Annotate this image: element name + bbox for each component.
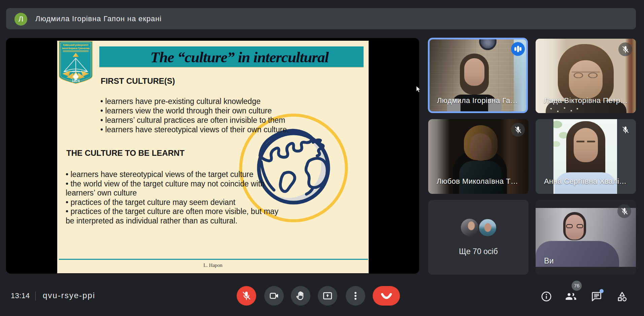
svg-text:Київський університет: Київський університет: [63, 43, 89, 46]
svg-text:імені Бориса Грінченка: імені Бориса Грінченка: [62, 47, 90, 50]
svg-text:1874: 1874: [72, 79, 80, 83]
